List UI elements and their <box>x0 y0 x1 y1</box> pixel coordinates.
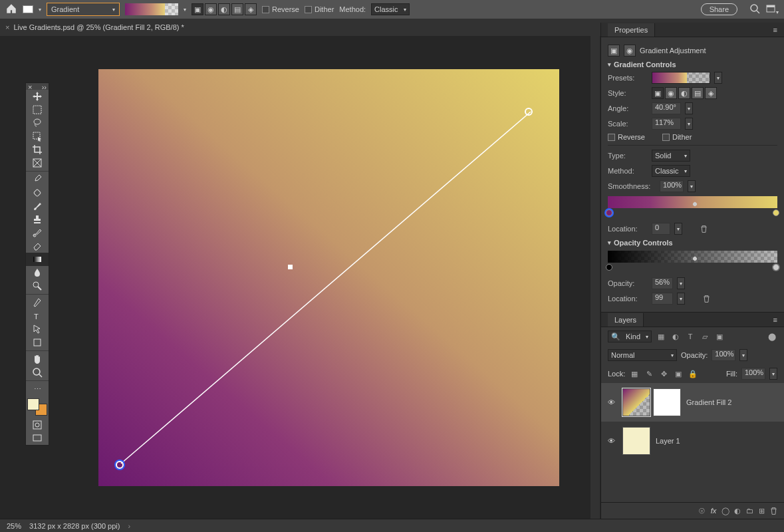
gradient-ramp[interactable] <box>608 196 777 208</box>
frame-tool[interactable] <box>26 156 49 170</box>
filter-adjust-icon[interactable]: ◐ <box>670 331 681 342</box>
tools-expand-icon[interactable]: ›› <box>42 83 47 90</box>
preset-dropdown[interactable]: ▾ <box>714 72 722 84</box>
blur-tool[interactable] <box>26 266 49 279</box>
gradient-controls-header[interactable]: Gradient Controls <box>608 61 777 68</box>
new-layer-icon[interactable]: ⊞ <box>756 505 767 516</box>
dodge-tool[interactable] <box>26 279 49 293</box>
doc-preset-dropdown[interactable]: ▾ <box>39 7 41 13</box>
location2-input[interactable]: 99 <box>652 293 673 305</box>
properties-tab[interactable]: Properties <box>608 23 655 37</box>
marquee-tool[interactable] <box>26 103 49 116</box>
crop-tool[interactable] <box>26 143 49 156</box>
layer-opacity-dropdown[interactable]: ▾ <box>739 349 747 361</box>
style-linear-icon[interactable]: ▣ <box>192 3 203 15</box>
close-tab-icon[interactable]: × <box>5 23 9 31</box>
share-button[interactable]: Share <box>701 3 737 15</box>
prop-dither-checkbox[interactable]: Dither <box>662 133 692 141</box>
link-layers-icon[interactable]: ⦾ <box>696 505 707 516</box>
prop-style-reflected-icon[interactable]: ▤ <box>692 87 704 99</box>
visibility-icon[interactable]: 👁 <box>608 437 617 445</box>
opacity-stop-right[interactable] <box>773 264 779 271</box>
opacity-ramp[interactable] <box>608 251 777 263</box>
prop-style-angle-icon[interactable]: ◐ <box>678 87 690 99</box>
eyedropper-tool[interactable] <box>26 171 49 186</box>
gradient-mid-handle[interactable] <box>288 265 293 269</box>
delete-stop-icon[interactable] <box>698 223 709 234</box>
method-select[interactable]: Classic▾ <box>371 3 410 15</box>
smoothness-input[interactable]: 100% <box>660 180 684 192</box>
brush-tool[interactable] <box>26 200 49 213</box>
opacity-dropdown[interactable]: ▾ <box>677 277 685 289</box>
location-dropdown[interactable]: ▾ <box>674 223 682 235</box>
quick-mask-icon[interactable] <box>26 418 49 432</box>
location-input[interactable]: 0 <box>652 223 670 235</box>
object-select-tool[interactable] <box>26 130 49 143</box>
gradient-tool[interactable] <box>26 253 49 266</box>
zoom-tool[interactable] <box>26 366 49 379</box>
layer-row-layer-1[interactable]: 👁 Layer 1 <box>601 422 784 460</box>
hand-tool[interactable] <box>26 350 49 366</box>
scale-dropdown[interactable]: ▾ <box>685 118 693 130</box>
layer-row-gradient-fill-2[interactable]: 👁 Gradient Fill 2 <box>601 383 784 422</box>
workspace-icon[interactable]: ▾ <box>765 3 779 15</box>
filter-kind-select[interactable]: 🔍Kind▾ <box>608 331 652 342</box>
home-icon[interactable] <box>5 3 17 16</box>
filter-pixel-icon[interactable]: ▦ <box>656 331 666 342</box>
blend-mode-select[interactable]: Normal▾ <box>608 349 677 361</box>
shape-tool[interactable] <box>26 336 49 349</box>
reverse-checkbox[interactable]: Reverse <box>262 5 299 13</box>
layer-thumb-icon[interactable] <box>622 427 650 455</box>
doc-dimensions[interactable]: 3132 px x 2828 px (300 ppi) <box>29 522 120 530</box>
adjustment-layer-icon[interactable]: ◐ <box>732 505 743 516</box>
style-radial-icon[interactable]: ◉ <box>205 3 217 15</box>
fill-input[interactable]: 100% <box>741 368 765 380</box>
lock-position-icon[interactable]: ✥ <box>658 368 669 379</box>
delete-opacity-stop-icon[interactable] <box>701 293 712 304</box>
fx-icon[interactable]: fx <box>708 505 719 516</box>
screen-mode-icon[interactable] <box>26 432 49 445</box>
layer-name[interactable]: Layer 1 <box>656 437 680 445</box>
edit-toolbar-icon[interactable]: ⋯ <box>26 380 49 396</box>
path-select-tool[interactable] <box>26 323 49 336</box>
mask-thumb-icon[interactable]: ◉ <box>624 45 636 57</box>
lock-transparent-icon[interactable]: ▦ <box>629 368 640 379</box>
search-icon[interactable] <box>749 3 760 15</box>
opacity-stop-left[interactable] <box>606 264 612 271</box>
mask-icon[interactable]: ◯ <box>720 505 731 516</box>
layer-opacity-input[interactable]: 100% <box>712 349 735 361</box>
prop-style-radial-icon[interactable]: ◉ <box>665 87 677 99</box>
style-angle-icon[interactable]: ◐ <box>218 3 230 15</box>
panel-menu-icon[interactable]: ≡ <box>773 26 777 34</box>
filter-toggle-icon[interactable]: ⬤ <box>767 331 777 342</box>
color-stop-right[interactable] <box>773 209 779 216</box>
preset-swatch[interactable] <box>652 72 710 84</box>
dither-checkbox[interactable]: Dither <box>305 5 334 13</box>
style-reflected-icon[interactable]: ▤ <box>231 3 243 15</box>
scale-input[interactable]: 117% <box>652 118 681 130</box>
opacity-controls-header[interactable]: Opacity Controls <box>608 239 777 247</box>
smoothness-dropdown[interactable]: ▾ <box>688 180 696 192</box>
style-diamond-icon[interactable]: ◈ <box>245 3 257 15</box>
location2-dropdown[interactable]: ▾ <box>677 293 685 305</box>
eraser-tool[interactable] <box>26 239 49 253</box>
gradient-start-handle[interactable] <box>116 461 124 469</box>
prop-style-linear-icon[interactable]: ▣ <box>652 87 664 99</box>
canvas[interactable] <box>98 69 559 486</box>
doc-preset-icon[interactable] <box>23 5 33 13</box>
filter-shape-icon[interactable]: ▱ <box>700 331 710 342</box>
layers-tab[interactable]: Layers <box>608 313 644 327</box>
prop-reverse-checkbox[interactable]: Reverse <box>608 133 645 141</box>
lock-artboard-icon[interactable]: ▣ <box>673 368 684 379</box>
zoom-level[interactable]: 25% <box>7 522 21 530</box>
panel-collapse-bar[interactable] <box>590 23 600 519</box>
history-brush-tool[interactable] <box>26 226 49 239</box>
stamp-tool[interactable] <box>26 213 49 226</box>
fill-dropdown[interactable]: ▾ <box>769 368 777 380</box>
tools-close-icon[interactable]: × <box>28 83 32 90</box>
filter-type-icon[interactable]: T <box>685 331 696 342</box>
filter-smart-icon[interactable]: ▣ <box>714 331 725 342</box>
prop-style-diamond-icon[interactable]: ◈ <box>705 87 717 99</box>
delete-layer-icon[interactable] <box>768 505 779 516</box>
pen-tool[interactable] <box>26 294 49 309</box>
